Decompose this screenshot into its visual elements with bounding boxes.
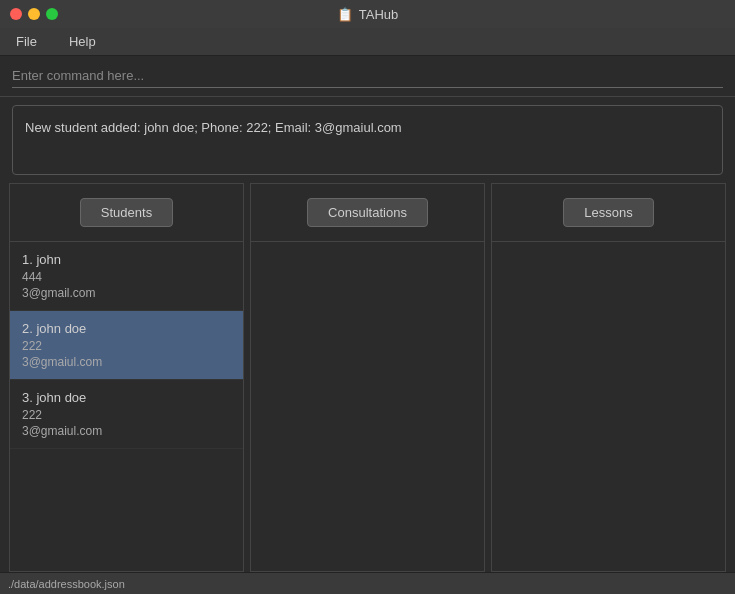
- lessons-column: Lessons: [491, 183, 726, 572]
- command-input[interactable]: [12, 64, 723, 88]
- students-column: Students 1. john 444 3@gmail.com 2. john…: [9, 183, 244, 572]
- consultations-header[interactable]: Consultations: [307, 198, 428, 227]
- lessons-list[interactable]: [492, 242, 725, 571]
- students-header[interactable]: Students: [80, 198, 173, 227]
- maximize-button[interactable]: [46, 8, 58, 20]
- list-item[interactable]: 2. john doe 222 3@gmaiul.com: [10, 311, 243, 380]
- student-phone: 222: [22, 339, 231, 353]
- list-item[interactable]: 3. john doe 222 3@gmaiul.com: [10, 380, 243, 449]
- student-name: 1. john: [22, 252, 231, 267]
- command-bar: [0, 56, 735, 97]
- app-title: TAHub: [359, 7, 399, 22]
- main-content: Students 1. john 444 3@gmail.com 2. john…: [0, 183, 735, 572]
- status-bar: ./data/addressbook.json: [0, 572, 735, 594]
- student-email: 3@gmail.com: [22, 286, 231, 300]
- student-name: 3. john doe: [22, 390, 231, 405]
- output-area: New student added: john doe; Phone: 222;…: [12, 105, 723, 175]
- menu-file[interactable]: File: [10, 32, 43, 51]
- title-icon: 📋: [337, 7, 353, 22]
- students-header-wrapper: Students: [10, 184, 243, 242]
- menu-help[interactable]: Help: [63, 32, 102, 51]
- students-list[interactable]: 1. john 444 3@gmail.com 2. john doe 222 …: [10, 242, 243, 571]
- student-email: 3@gmaiul.com: [22, 355, 231, 369]
- title-bar: 📋 TAHub: [0, 0, 735, 28]
- student-phone: 444: [22, 270, 231, 284]
- lessons-header-wrapper: Lessons: [492, 184, 725, 242]
- student-email: 3@gmaiul.com: [22, 424, 231, 438]
- menu-bar: File Help: [0, 28, 735, 56]
- output-text: New student added: john doe; Phone: 222;…: [25, 118, 710, 138]
- student-name: 2. john doe: [22, 321, 231, 336]
- consultations-list[interactable]: [251, 242, 484, 571]
- lessons-header[interactable]: Lessons: [563, 198, 653, 227]
- consultations-column: Consultations: [250, 183, 485, 572]
- student-phone: 222: [22, 408, 231, 422]
- status-text: ./data/addressbook.json: [8, 578, 125, 590]
- consultations-header-wrapper: Consultations: [251, 184, 484, 242]
- list-item[interactable]: 1. john 444 3@gmail.com: [10, 242, 243, 311]
- title-bar-title: 📋 TAHub: [337, 7, 399, 22]
- minimize-button[interactable]: [28, 8, 40, 20]
- window-controls: [10, 8, 58, 20]
- close-button[interactable]: [10, 8, 22, 20]
